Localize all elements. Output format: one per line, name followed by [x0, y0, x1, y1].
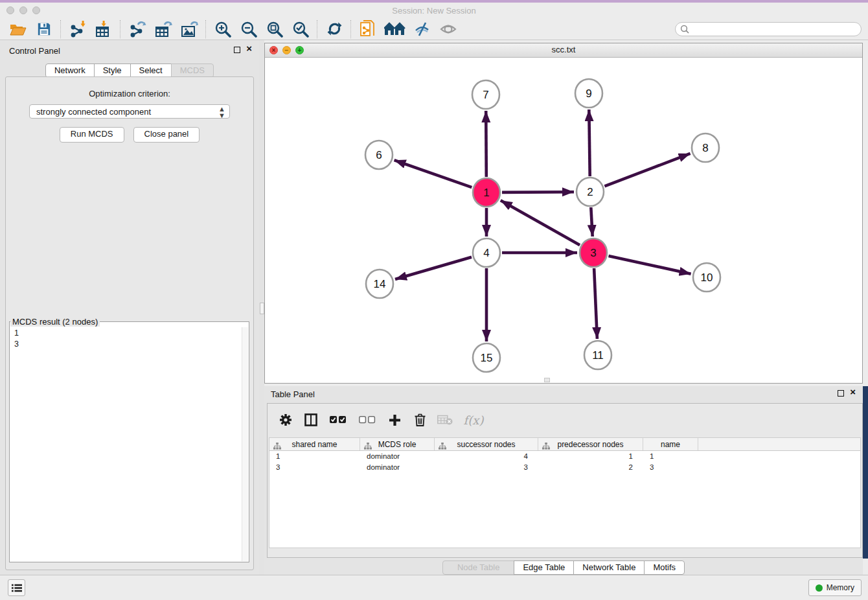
graph-edge-1-6[interactable]	[394, 160, 472, 187]
memory-status-dot	[816, 584, 823, 592]
memory-button[interactable]: Memory	[808, 579, 862, 596]
network-resize-grip[interactable]	[544, 378, 550, 382]
graph-edge-3-11[interactable]	[594, 268, 597, 339]
table-cell[interactable]: 4	[435, 452, 538, 460]
toolbar-search[interactable]	[675, 22, 862, 36]
mcds-result-list[interactable]: 13	[10, 327, 242, 562]
graph-node-label: 14	[374, 278, 386, 290]
table-cell[interactable]: 1	[538, 452, 643, 460]
hide-graphics-details-button[interactable]	[409, 19, 435, 39]
import-table-button[interactable]	[91, 19, 117, 39]
tab-select[interactable]: Select	[130, 63, 172, 78]
table-cell[interactable]: dominator	[360, 463, 435, 471]
tab-network-table[interactable]: Network Table	[573, 560, 645, 575]
export-table-button[interactable]	[150, 19, 176, 39]
result-scrollbar[interactable]	[242, 327, 248, 561]
import-network-button[interactable]	[65, 19, 91, 39]
network-window-titlebar[interactable]: × − + scc.txt	[265, 43, 862, 58]
splitter-grip[interactable]	[260, 303, 264, 314]
table-row[interactable]: 3dominator323	[269, 462, 860, 473]
table-cell[interactable]: 3	[269, 463, 360, 471]
column-header-label: predecessor nodes	[538, 440, 643, 449]
show-graphics-details-button[interactable]	[435, 19, 461, 39]
zoom-out-icon	[240, 21, 257, 38]
toolbar-separator	[120, 20, 121, 38]
tab-network[interactable]: Network	[45, 63, 95, 78]
save-session-button[interactable]	[31, 19, 57, 39]
deselect-all-columns-button[interactable]	[358, 412, 377, 428]
desktop-edge-strip	[863, 386, 868, 559]
export-network-icon	[129, 21, 146, 38]
table-cell[interactable]: 3	[435, 463, 538, 471]
new-network-from-selection-button[interactable]	[355, 19, 381, 39]
toggle-column-pane-button[interactable]	[303, 412, 319, 428]
export-image-button[interactable]	[176, 19, 202, 39]
table-cell[interactable]: 1	[643, 452, 698, 460]
graph-edge-4-14[interactable]	[395, 257, 472, 279]
close-table-panel-icon[interactable]: ×	[850, 386, 856, 398]
zoom-out-button[interactable]	[236, 19, 262, 39]
graph-edge-2-9[interactable]	[589, 110, 589, 176]
search-input[interactable]	[689, 24, 847, 34]
graph-edge-3-10[interactable]	[609, 256, 691, 274]
column-header-successor-nodes[interactable]: successor nodes	[435, 438, 538, 450]
table-cell[interactable]: dominator	[360, 452, 435, 460]
delete-column-button[interactable]	[412, 412, 428, 428]
zoom-in-button[interactable]	[210, 19, 236, 39]
show-log-button[interactable]	[8, 579, 25, 596]
panel-splitter[interactable]	[259, 40, 264, 575]
table-panel: Table Panel ×	[264, 386, 863, 575]
graph-edge-2-3[interactable]	[591, 207, 592, 237]
network-canvas[interactable]: 1234678910111415	[265, 57, 862, 383]
zoom-fit-button[interactable]	[262, 19, 288, 39]
toolbar-separator	[350, 20, 352, 38]
table-settings-button[interactable]	[278, 412, 293, 428]
column-header-name[interactable]: name	[643, 438, 698, 450]
graph-edge-1-7[interactable]	[486, 111, 486, 177]
mcds-panel-body: Optimization criterion: strongly connect…	[5, 76, 254, 570]
table-container: f(x) shared nameMCDS rolesuccessor nodes…	[267, 403, 863, 558]
application-window: Session: New Session	[0, 0, 868, 600]
first-neighbors-button[interactable]	[381, 19, 409, 39]
column-header-label: name	[643, 440, 698, 449]
float-panel-icon[interactable]	[234, 47, 240, 53]
table-row[interactable]: 1dominator411	[269, 451, 860, 462]
save-disk-icon	[37, 22, 51, 36]
table-cell[interactable]: 2	[538, 463, 643, 471]
function-icon: f(x)	[464, 413, 484, 427]
column-type-icon	[364, 441, 372, 452]
close-panel-icon[interactable]: ×	[246, 43, 252, 54]
optimization-criterion-select[interactable]: strongly connected component ▲▼	[29, 104, 230, 119]
column-header-label: shared name	[269, 440, 360, 449]
refresh-network-button[interactable]	[321, 19, 347, 39]
zoom-selected-button[interactable]	[288, 19, 314, 39]
graph-edge-1-2[interactable]	[502, 192, 574, 192]
column-header-MCDS-role[interactable]: MCDS role	[360, 438, 435, 450]
select-all-columns-button[interactable]	[328, 412, 348, 428]
table-cell[interactable]: 3	[643, 463, 698, 471]
open-session-button[interactable]	[5, 19, 31, 39]
column-header-predecessor-nodes[interactable]: predecessor nodes	[538, 438, 643, 450]
tab-motifs[interactable]: Motifs	[644, 560, 685, 575]
zoom-fit-icon	[266, 21, 283, 38]
status-bar: Memory	[0, 575, 868, 600]
network-graph[interactable]: 1234678910111415	[265, 57, 862, 383]
graph-node-label: 8	[702, 142, 708, 154]
close-panel-button[interactable]: Close panel	[133, 127, 200, 143]
unchecked-boxes-icon	[359, 416, 376, 424]
graph-edge-2-8[interactable]	[604, 154, 690, 187]
float-table-panel-icon[interactable]	[838, 390, 844, 397]
export-network-button[interactable]	[124, 19, 150, 39]
column-header-shared-name[interactable]: shared name	[269, 438, 360, 450]
mcds-buttons-row: Run MCDS Close panel	[6, 127, 253, 143]
create-column-button[interactable]	[387, 412, 402, 428]
graph-edge-3-1[interactable]	[501, 200, 580, 245]
tab-edge-table[interactable]: Edge Table	[514, 560, 574, 575]
run-mcds-button[interactable]: Run MCDS	[60, 127, 124, 143]
table-cell[interactable]: 1	[269, 452, 360, 460]
tab-style[interactable]: Style	[94, 63, 131, 78]
delete-table-icon	[437, 415, 453, 425]
tab-node-table[interactable]: Node Table	[442, 560, 515, 575]
tab-mcds[interactable]: MCDS	[171, 63, 214, 78]
table-panel-title: Table Panel	[271, 389, 315, 399]
